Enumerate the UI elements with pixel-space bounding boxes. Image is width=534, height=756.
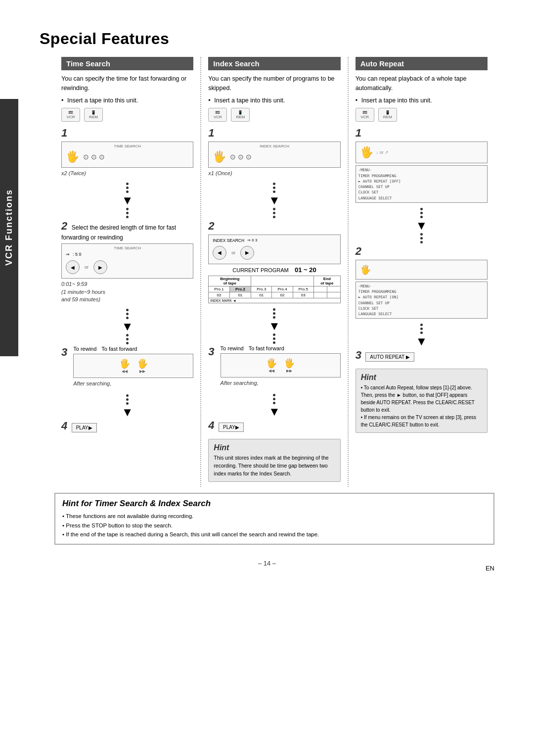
is-arrow-3: ▼: [208, 394, 340, 418]
time-search-step-4: 4 PLAY▶: [61, 420, 193, 434]
ar-hint-title: Hint: [361, 373, 482, 382]
hand-icon-3: 🖐: [360, 146, 373, 159]
device-remote-2: 📱 REM: [231, 108, 250, 122]
is-to-ff: To fast forward: [249, 345, 284, 351]
index-table: Beginningof tape Endof tape Pro.1 Pro.2 …: [208, 276, 340, 303]
time-search-step2-diagram: TIME SEARCH ⇒ : 5 0 ◀ or ▶: [61, 243, 193, 279]
device-remote-3: 📱 REM: [378, 108, 397, 122]
auto-repeat-bullet: Insert a tape into this unit.: [356, 96, 488, 105]
is-step2-buttons: ◀ or ▶: [213, 246, 338, 260]
ar-step1-screen: -MENU- TIMER PROGRAMMING ► AUTO REPEAT […: [356, 165, 488, 203]
auto-repeat-step-3: 3 AUTO REPEAT ▶: [356, 349, 488, 364]
is-arrow-1: ▼: [208, 183, 340, 218]
index-search-header: Index Search: [208, 57, 340, 70]
is-range: CURRENT PROGRAM 01 ~ 20: [208, 266, 340, 274]
auto-repeat-intro: You can repeat playback of a whole tape …: [356, 74, 488, 93]
page: VCR Functions Special Features Time Sear…: [0, 0, 534, 587]
index-search-step-4: 4 PLAY▶: [208, 419, 340, 434]
bottom-item-3: • If the end of the tape is reached duri…: [62, 530, 487, 539]
index-search-devices: 📼 VCR 📱 REM: [208, 108, 340, 122]
ts-play-box: PLAY▶: [72, 423, 97, 432]
hand-icon-1: 🖐: [66, 150, 79, 163]
time-search-column: Time Search You can specify the time for…: [54, 57, 201, 487]
ts-to-ff: To fast forward: [101, 346, 137, 352]
index-search-hint: Hint This unit stores index mark at the …: [208, 439, 340, 482]
auto-repeat-hint: Hint • To cancel Auto Repeat, follow ste…: [356, 369, 488, 433]
is-step3-note: After searching,: [221, 379, 341, 387]
ar-arrow-2: ▼: [356, 324, 488, 347]
page-title: Special Features: [40, 30, 494, 48]
index-search-step-1: 1 INDEX SEARCH 🖐 ⊙ ⊙ ⊙ x1 (Once): [208, 127, 340, 177]
time-search-header: Time Search: [61, 57, 193, 70]
is-minus-btn[interactable]: ◀: [213, 246, 226, 260]
ar-step2-menu: -MENU- TIMER PROGRAMMING ► AUTO REPEAT […: [358, 284, 485, 317]
arrow-3: ▼: [61, 394, 193, 418]
auto-repeat-header: Auto Repeat: [356, 57, 488, 70]
ar-step2-hand: 🖐: [356, 260, 488, 280]
ar-play-box: AUTO REPEAT ▶: [365, 352, 414, 362]
index-search-bullet: Insert a tape into this unit.: [208, 96, 340, 105]
is-play-box: PLAY▶: [219, 423, 244, 432]
bottom-section-title: Hint for Timer Search & Index Search: [62, 499, 487, 509]
bottom-item-1: • These functions are not available duri…: [62, 512, 487, 520]
ar-hint-text: • To cancel Auto Repeat, follow steps [1…: [361, 384, 482, 428]
auto-repeat-step-2: 2 🖐 -MENU- TIMER PROGRAMMING ► AUTO REPE…: [356, 245, 488, 319]
is-hint-text: This unit stores index mark at the begin…: [214, 454, 335, 477]
time-search-step-1: 1 TIME SEARCH 🖐 ⊙ ⊙ ⊙ x2 (Twice): [61, 127, 193, 177]
ts-step2-note: 0:01~ 9:59 (1 minute~9 hours and 59 minu…: [61, 281, 193, 303]
time-search-intro: You can specify the time for fast forwar…: [61, 74, 193, 93]
ar-step1-hand: 🖐 ↓ or ↗: [356, 142, 488, 163]
bottom-item-2: • Press the STOP button to stop the sear…: [62, 521, 487, 530]
page-footer: – 14 –: [40, 560, 494, 567]
device-vcr-2: 📼 VCR: [208, 108, 227, 122]
hand-icon-4: 🖐: [360, 264, 371, 275]
search-icon-2: ⊙ ⊙ ⊙: [230, 153, 252, 161]
index-search-step-3: 3 To rewind To fast forward 🖐 ◀◀: [208, 345, 340, 389]
hand-icon-2: 🖐: [213, 150, 226, 163]
ts-step2-text: Select the desired length of time for fa…: [61, 224, 176, 241]
is-arrow-2: ▼: [208, 308, 340, 344]
time-search-devices: 📼 VCR 📱 REM: [61, 108, 193, 122]
index-search-column: Index Search You can specify the number …: [201, 57, 348, 487]
ts-step3-note: After searching,: [73, 380, 193, 387]
ar-step1-menu: -MENU- TIMER PROGRAMMING ► AUTO REPEAT […: [358, 167, 485, 201]
index-search-step-2: 2 INDEX SEARCH ⇒ 0 3 ◀ or ▶ CURRENT PROG…: [208, 220, 340, 303]
search-icon-1: ⊙ ⊙ ⊙: [83, 153, 105, 161]
device-remote-1: 📱 REM: [84, 108, 103, 122]
is-to-rewind: To rewind: [221, 345, 244, 351]
ff-btn[interactable]: ▶: [93, 260, 107, 274]
index-search-intro: You can specify the number of programs t…: [208, 74, 340, 93]
is-plus-btn[interactable]: ▶: [240, 246, 254, 260]
time-search-step-3: 3 To rewind To fast forward 🖐 ◀◀: [61, 346, 193, 389]
bottom-section-items: • These functions are not available duri…: [62, 512, 487, 539]
arrow-right-icon: ⇒: [66, 252, 70, 257]
ar-play-label: AUTO REPEAT ▶: [370, 354, 409, 360]
rewind-btn[interactable]: ◀: [66, 260, 80, 274]
ts-step1-note: x2 (Twice): [61, 170, 193, 177]
is-step3-diagram: 🖐 ◀◀ 🖐 ▶▶: [221, 353, 341, 378]
ar-step2-screen: -MENU- TIMER PROGRAMMING ► AUTO REPEAT […: [356, 282, 488, 319]
bottom-section: Hint for Timer Search & Index Search • T…: [54, 493, 494, 545]
play-label-is: PLAY▶: [223, 425, 239, 430]
auto-repeat-step-1: 1 🖐 ↓ or ↗ -MENU- TIMER PROGRAMMING ►: [356, 127, 488, 203]
device-vcr-3: 📼 VCR: [356, 108, 374, 122]
time-search-step-2: 2 Select the desired length of time for …: [61, 220, 193, 304]
ts-step3-diagram: 🖐 ◀◀ 🖐 ▶▶: [73, 354, 193, 378]
ts-step1-label: TIME SEARCH: [64, 144, 191, 148]
columns-wrapper: Time Search You can specify the time for…: [54, 57, 494, 487]
is-step2-diagram: INDEX SEARCH ⇒ 0 3 ◀ or ▶: [208, 235, 340, 264]
is-step1-diagram: INDEX SEARCH 🖐 ⊙ ⊙ ⊙: [208, 142, 340, 168]
auto-repeat-column: Auto Repeat You can repeat playback of a…: [349, 57, 494, 487]
ts-step2-buttons: ◀ or ▶: [66, 260, 191, 274]
arrow-2: ▼: [61, 309, 193, 344]
device-vcr-1: 📼 VCR: [61, 108, 80, 122]
is-hint-title: Hint: [214, 443, 335, 452]
play-label-ts: PLAY▶: [76, 425, 92, 430]
auto-repeat-devices: 📼 VCR 📱 REM: [356, 108, 488, 122]
ar-arrow-1: ▼: [356, 208, 488, 243]
time-search-step1-diagram: TIME SEARCH 🖐 ⊙ ⊙ ⊙: [61, 142, 193, 168]
ts-to-rewind: To rewind: [73, 346, 96, 352]
page-footer-en: EN: [486, 565, 494, 572]
vcr-functions-label: VCR Functions: [0, 99, 18, 356]
time-search-bullet: Insert a tape into this unit.: [61, 96, 193, 105]
